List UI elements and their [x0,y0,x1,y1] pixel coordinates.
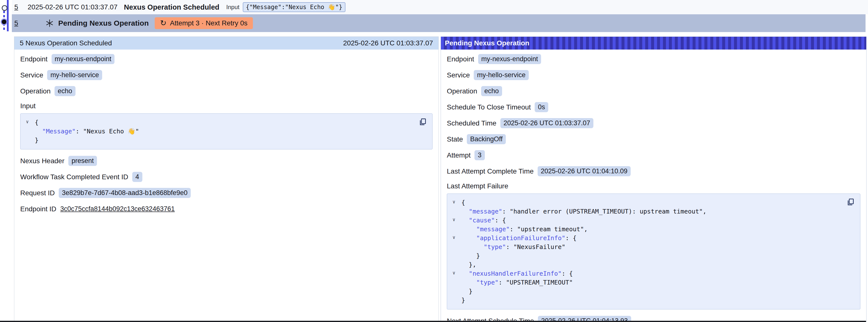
field-value-chip: present [68,156,97,166]
code-line: ∨{ [35,118,426,127]
event-timeline-gutter [0,0,12,33]
field-label: Endpoint [20,55,48,63]
pending-operation-body: Endpointmy-nexus-endpointServicemy-hello… [441,50,866,322]
attempt-retry-badge: ↻ Attempt 3 · Next Retry 0s [155,17,253,29]
pending-asterisk-icon [45,19,54,27]
field-label: Service [20,71,43,79]
copy-icon [418,117,427,126]
input-preview-chip: {"Message":"Nexus Echo 👋"} [243,2,345,12]
field-value-chip: my-hello-service [47,70,102,80]
pending-row-title: Pending Nexus Operation [58,19,149,27]
event-detail-panel: 5 Nexus Operation Scheduled 2025-02-26 U… [14,36,439,322]
copy-button[interactable] [418,117,428,127]
pending-operation-panel: Pending Nexus Operation Endpointmy-nexus… [441,36,867,322]
field-row-schedule-to-close-timeout: Schedule To Close Timeout0s [447,102,860,112]
failure-json-block: ∨{ "message": "handler error (UPSTREAM_T… [447,194,860,310]
field-row-operation: Operationecho [20,86,433,96]
field-row-workflow-task-completed-event-id: Workflow Task Completed Event ID4 [20,172,433,182]
field-label: Last Attempt Complete Time [447,167,534,175]
field-row-endpoint: Endpointmy-nexus-endpoint [20,54,433,64]
code-line: "Message": "Nexus Echo 👋" [35,127,426,136]
field-row-service: Servicemy-hello-service [447,70,860,80]
field-label: State [447,135,463,143]
collapse-chevron-icon[interactable]: ∨ [453,235,455,240]
field-row-nexus-header: Nexus Headerpresent [20,156,433,166]
event-detail-header: 5 Nexus Operation Scheduled 2025-02-26 U… [14,37,438,50]
workflow-event-history-view: 5 2025-02-26 UTC 01:03:37.07 Nexus Opera… [0,0,868,322]
timeline-selection-bar [7,0,9,31]
field-value-chip: 3e829b7e-7d67-4b08-aad3-b1e868bfe9e0 [59,188,191,198]
field-row-attempt: Attempt3 [447,150,860,160]
input-section-label: Input [20,102,433,110]
timeline-node-open-icon [2,5,7,11]
field-value-chip: my-hello-service [474,70,529,80]
field-label: Endpoint ID [20,205,56,213]
field-value-chip: echo [55,86,75,96]
next-row-top-edge [0,321,866,322]
field-label: Operation [447,87,477,95]
collapse-chevron-icon[interactable]: ∨ [453,270,455,275]
event-title: Nexus Operation Scheduled [124,3,219,11]
code-line: ∨ "applicationFailureInfo": { [461,234,854,243]
code-line: "message": "handler error (UPSTREAM_TIME… [461,207,854,216]
field-label: Endpoint [447,55,474,63]
field-value-chip: 0s [535,102,548,112]
pending-operation-header-title: Pending Nexus Operation [445,39,529,47]
field-value-chip: BackingOff [467,134,506,144]
pending-nexus-operation-row[interactable]: 5 Pending Nexus Operation ↻ Attempt 3 · … [12,14,866,32]
collapse-chevron-icon[interactable]: ∨ [453,217,455,222]
event-detail-header-title: 5 Nexus Operation Scheduled [20,39,112,47]
field-label: Scheduled Time [447,119,496,127]
field-label: Workflow Task Completed Event ID [20,173,128,181]
field-row-last-attempt-complete-time: Last Attempt Complete Time2025-02-26 UTC… [447,166,860,176]
event-id-link[interactable]: 5 [14,19,20,27]
event-row-nexus-operation-scheduled[interactable]: 5 2025-02-26 UTC 01:03:37.07 Nexus Opera… [12,0,868,14]
field-label: Operation [20,87,51,95]
input-json-block: ∨{ "Message": "Nexus Echo 👋"} [20,114,433,150]
code-line: ∨ "cause": { [461,216,854,225]
field-row-state: StateBackingOff [447,134,860,144]
code-line: } [35,136,426,145]
copy-button[interactable] [846,197,856,207]
field-label: Service [447,71,470,79]
field-label: Nexus Header [20,157,64,165]
field-value-chip: my-nexus-endpoint [478,54,541,64]
field-row-endpoint-id: Endpoint ID3c0c75ccfa8144b092c13ce632463… [20,204,433,214]
field-row-request-id: Request ID3e829b7e-7d67-4b08-aad3-b1e868… [20,188,433,198]
field-value-chip: 2025-02-26 UTC 01:04:10.09 [538,166,631,176]
code-line: ∨{ [461,198,854,207]
field-row-service: Servicemy-hello-service [20,70,433,80]
code-line: } [461,296,854,305]
timeline-node-current-icon [2,20,6,24]
code-line: }, [461,260,854,269]
event-detail-body: Endpointmy-nexus-endpointServicemy-hello… [14,50,438,214]
field-label: Attempt [447,151,470,159]
retry-icon: ↻ [160,19,166,27]
code-line: } [461,287,854,296]
input-label: Input [226,4,239,10]
code-line: } [461,252,854,260]
code-line: "type": "UPSTREAM_TIMEOUT" [461,278,854,287]
field-value-chip: 2025-02-26 UTC 01:03:37.07 [500,118,593,128]
code-line: ∨ "nexusHandlerFailureInfo": { [461,269,854,278]
event-timestamp: 2025-02-26 UTC 01:03:37.07 [28,3,118,11]
collapse-chevron-icon[interactable]: ∨ [26,119,29,124]
code-line: "message": "upstream timeout", [461,225,854,234]
field-value-chip: echo [481,86,502,96]
field-value-chip: my-nexus-endpoint [52,54,115,64]
attempt-badge-text: Attempt 3 · Next Retry 0s [170,19,247,27]
field-row-operation: Operationecho [447,86,860,96]
field-value-chip: 3 [474,150,485,160]
event-detail-header-time: 2025-02-26 UTC 01:03:37.07 [343,39,433,47]
field-value-chip: 4 [132,172,142,182]
copy-icon [846,197,855,206]
failure-section-label: Last Attempt Failure [447,182,860,190]
code-line: "type": "NexusFailure" [461,243,854,252]
endpoint-id-link[interactable]: 3c0c75ccfa8144b092c13ce632463761 [60,204,175,214]
event-id-link[interactable]: 5 [14,3,20,11]
field-row-endpoint: Endpointmy-nexus-endpoint [447,54,860,64]
field-label: Schedule To Close Timeout [447,103,531,111]
collapse-chevron-icon[interactable]: ∨ [453,199,455,204]
field-row-scheduled-time: Scheduled Time2025-02-26 UTC 01:03:37.07 [447,118,860,128]
field-label: Request ID [20,189,55,197]
